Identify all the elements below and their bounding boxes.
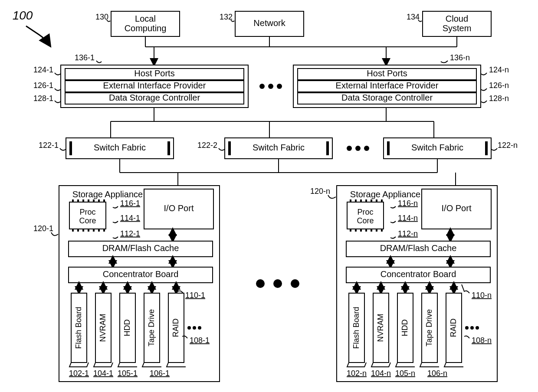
ref-114-n: 114-n: [398, 214, 418, 222]
svg-point-26: [364, 146, 369, 151]
ref-112-1: 112-1: [120, 229, 140, 238]
hp-left: Host Ports: [134, 69, 174, 78]
svg-rect-22: [387, 141, 390, 155]
cloud-line1: Cloud: [446, 14, 468, 23]
conc-lbl-l: Concentrator Board: [103, 269, 179, 279]
switch-fabric-1: Switch Fabric: [66, 138, 174, 159]
ref-116-1: 116-1: [120, 199, 140, 208]
ref-110-n: 110-n: [472, 291, 492, 300]
ref-130: 130: [95, 13, 108, 21]
ref-105-1: 105-1: [118, 369, 138, 378]
svg-point-25: [355, 146, 361, 151]
ref-102-n: 102-n: [347, 369, 367, 378]
ref-108-1: 108-1: [190, 336, 210, 345]
svg-point-97: [465, 326, 469, 330]
sf1-lbl: Switch Fabric: [94, 143, 146, 152]
ref-110-1: 110-1: [185, 291, 205, 300]
svg-rect-17: [167, 141, 170, 155]
ref-134: 134: [407, 13, 420, 21]
svg-rect-16: [69, 141, 72, 155]
d1r: NVRAM: [376, 314, 385, 342]
ref-116-n: 116-n: [398, 199, 418, 208]
ref-112-n: 112-n: [398, 229, 418, 238]
d0r: Flash Board: [352, 307, 361, 349]
proc0-l: Proc: [79, 208, 95, 216]
d4r: RAID: [449, 318, 458, 337]
ref-128-1: 128-1: [33, 94, 53, 103]
conc-lbl-r: Concentrator Board: [381, 269, 456, 279]
ref-136-n: 136-n: [450, 53, 470, 62]
ref-126-1: 126-1: [33, 81, 53, 90]
d3r: Tape Drive: [425, 309, 433, 346]
svg-point-62: [187, 326, 191, 330]
d1l: NVRAM: [98, 314, 107, 342]
ref-128-n: 128-n: [489, 94, 509, 103]
proc-core-chip-right: Proc Core: [347, 199, 384, 232]
dram-lbl-r: DRAM/Flash Cache: [380, 243, 457, 253]
dram-lbl-l: DRAM/Flash Cache: [102, 243, 179, 253]
hp-right: Host Ports: [367, 69, 407, 78]
ref-104-n: 104-n: [371, 369, 391, 378]
sf2-lbl: Switch Fabric: [253, 143, 305, 152]
diagram-root: 100 Local Computing 130 Network 132 Clou…: [0, 0, 538, 392]
cloud-line2: System: [443, 23, 472, 33]
ref-105-n: 105-n: [395, 369, 415, 378]
ref-120-1: 120-1: [33, 224, 53, 233]
svg-point-66: [273, 279, 282, 288]
svg-point-24: [347, 146, 352, 151]
storage-appliance-left: Storage Appliance I/O Port Proc Core 116…: [59, 186, 220, 382]
svg-point-65: [256, 279, 265, 288]
ref-106-1: 106-1: [150, 369, 170, 378]
d4l: RAID: [171, 318, 180, 337]
ref-136-1: 136-1: [75, 53, 95, 62]
dsc-right-lbl: Data Storage Controller: [341, 93, 433, 102]
svg-rect-20: [326, 141, 329, 155]
storage-appliance-right: Storage Appliance I/O Port Proc Core 116…: [337, 186, 497, 382]
switch-fabric-2: Switch Fabric: [225, 138, 332, 159]
ref-122-2: 122-2: [197, 141, 217, 150]
ref-124-n: 124-n: [489, 65, 509, 74]
ref-126-n: 126-n: [489, 81, 509, 90]
d2l: HDD: [123, 320, 131, 336]
eip-right-lbl: External Interface Provider: [336, 81, 439, 90]
svg-point-6: [259, 84, 265, 89]
ref-104-1: 104-1: [93, 369, 113, 378]
d0l: Flash Board: [74, 307, 83, 349]
svg-point-98: [470, 326, 474, 330]
local-line1: Local: [135, 14, 156, 23]
ref-122-1: 122-1: [39, 141, 59, 150]
svg-rect-19: [228, 141, 231, 155]
svg-rect-23: [485, 141, 488, 155]
proc1-l: Core: [79, 216, 96, 225]
local-line2: Computing: [125, 23, 167, 33]
ref-114-1: 114-1: [120, 214, 140, 222]
sa-title-l: Storage Appliance: [72, 189, 143, 199]
svg-point-64: [198, 326, 201, 330]
proc0-r: Proc: [357, 208, 373, 216]
ref-132: 132: [220, 13, 233, 21]
ref-102-1: 102-1: [69, 369, 89, 378]
sa-title-r: Storage Appliance: [350, 189, 420, 199]
svg-point-63: [193, 326, 196, 330]
figure-ref: 100: [13, 9, 33, 22]
svg-point-7: [268, 84, 273, 89]
io-lbl-r: I/O Port: [442, 203, 472, 213]
io-lbl-l: I/O Port: [164, 203, 194, 213]
network-label: Network: [253, 18, 285, 28]
switch-fabric-n: Switch Fabric: [384, 138, 491, 159]
proc1-r: Core: [357, 216, 374, 225]
ref-106-n: 106-n: [427, 369, 447, 378]
dsc-left-lbl: Data Storage Controller: [109, 93, 200, 102]
eip-left-lbl: External Interface Provider: [103, 81, 206, 90]
ref-120-n: 120-n: [310, 187, 330, 196]
svg-point-8: [277, 84, 282, 89]
d3l: Tape Drive: [147, 309, 156, 346]
proc-core-chip-left: Proc Core: [69, 199, 106, 232]
ref-124-1: 124-1: [33, 65, 53, 74]
ref-122-n: 122-n: [498, 141, 518, 150]
svg-point-99: [476, 326, 479, 330]
sfn-lbl: Switch Fabric: [411, 143, 463, 152]
d2r: HDD: [400, 320, 409, 336]
ref-108-n: 108-n: [472, 336, 492, 345]
svg-point-67: [291, 279, 299, 288]
